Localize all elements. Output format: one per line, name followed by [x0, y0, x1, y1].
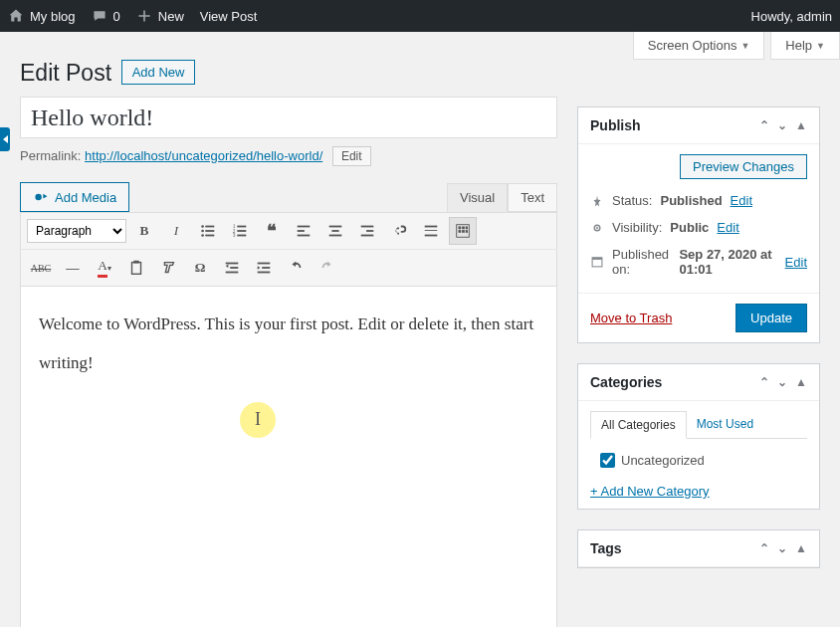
toolbar-toggle-button[interactable] [449, 217, 477, 245]
move-up-icon[interactable]: ⌃ [759, 118, 769, 132]
format-select[interactable]: Paragraph [27, 219, 126, 243]
plus-icon [136, 8, 152, 24]
move-down-icon[interactable]: ⌄ [777, 375, 787, 389]
add-new-category-link[interactable]: + Add New Category [590, 484, 807, 499]
read-more-button[interactable] [417, 217, 445, 245]
tab-most-used[interactable]: Most Used [687, 411, 763, 438]
svg-rect-4 [205, 230, 214, 232]
add-media-button[interactable]: Add Media [20, 182, 129, 212]
published-row: Published on: Sep 27, 2020 at 01:01 Edit [590, 241, 807, 283]
tab-all-categories[interactable]: All Categories [590, 411, 687, 439]
hr-button[interactable]: — [59, 254, 87, 282]
svg-rect-24 [425, 235, 438, 237]
site-link[interactable]: My blog [8, 8, 76, 24]
tab-text[interactable]: Text [508, 183, 557, 212]
publish-box-header[interactable]: Publish ⌃ ⌄ ▲ [578, 107, 819, 144]
strikethrough-button[interactable]: ABC [27, 254, 55, 282]
media-icon [33, 189, 49, 205]
howdy-account[interactable]: Howdy, admin [751, 9, 832, 24]
svg-rect-38 [262, 267, 270, 269]
category-label: Uncategorized [621, 453, 705, 468]
outdent-button[interactable] [218, 254, 246, 282]
svg-rect-29 [459, 230, 462, 233]
categories-box-header[interactable]: Categories ⌃ ⌄ ▲ [578, 364, 819, 401]
move-up-icon[interactable]: ⌃ [759, 375, 769, 389]
category-checkbox[interactable] [600, 453, 615, 468]
redo-button[interactable] [314, 254, 341, 282]
move-to-trash-link[interactable]: Move to Trash [590, 311, 672, 325]
svg-point-5 [201, 234, 204, 237]
permalink-label: Permalink: [20, 148, 81, 163]
add-new-button[interactable]: Add New [121, 60, 196, 85]
italic-button[interactable]: I [162, 217, 190, 245]
svg-rect-10 [237, 230, 246, 232]
svg-rect-36 [226, 272, 239, 274]
update-button[interactable]: Update [735, 304, 807, 332]
move-down-icon[interactable]: ⌄ [777, 541, 787, 555]
toggle-box-icon[interactable]: ▲ [795, 375, 807, 389]
tab-visual[interactable]: Visual [447, 183, 508, 212]
published-value: Sep 27, 2020 at 01:01 [679, 247, 776, 277]
svg-rect-13 [298, 226, 311, 228]
new-label: New [158, 9, 184, 24]
svg-rect-43 [592, 258, 602, 260]
pin-icon [590, 194, 604, 208]
toggle-box-icon[interactable]: ▲ [795, 541, 807, 555]
link-button[interactable] [385, 217, 413, 245]
howdy-text: Howdy, admin [751, 9, 832, 24]
tags-box-title: Tags [590, 540, 622, 556]
categories-box: Categories ⌃ ⌄ ▲ All Categories Most Use… [577, 363, 820, 510]
visibility-value: Public [670, 220, 709, 235]
svg-rect-14 [298, 230, 305, 232]
post-content-text: Welcome to WordPress. This is your first… [39, 314, 533, 372]
svg-rect-16 [329, 226, 342, 228]
align-right-button[interactable] [353, 217, 381, 245]
indent-button[interactable] [250, 254, 278, 282]
published-label: Published on: [612, 247, 671, 277]
undo-button[interactable] [282, 254, 310, 282]
align-left-button[interactable] [290, 217, 317, 245]
preview-changes-button[interactable]: Preview Changes [680, 154, 807, 179]
permalink-url[interactable]: http://localhost/uncategorized/hello-wor… [85, 148, 322, 163]
comments-link[interactable]: 0 [92, 8, 120, 24]
clear-formatting-button[interactable] [154, 254, 182, 282]
align-center-button[interactable] [321, 217, 349, 245]
paste-text-button[interactable] [122, 254, 150, 282]
svg-rect-20 [366, 230, 373, 232]
toggle-box-icon[interactable]: ▲ [795, 118, 807, 132]
bold-button[interactable]: B [130, 217, 158, 245]
text-color-button[interactable]: A ▾ [91, 254, 118, 282]
editor-content[interactable]: Welcome to WordPress. This is your first… [20, 286, 557, 627]
svg-rect-22 [425, 226, 438, 228]
tags-box-header[interactable]: Tags ⌃ ⌄ ▲ [578, 530, 819, 567]
svg-point-41 [596, 226, 598, 228]
move-up-icon[interactable]: ⌃ [759, 541, 769, 555]
post-title-input[interactable] [20, 97, 557, 138]
status-value: Published [660, 193, 722, 208]
published-edit-link[interactable]: Edit [785, 255, 807, 270]
svg-rect-35 [230, 267, 238, 269]
visibility-row: Visibility: Public Edit [590, 214, 807, 241]
svg-rect-28 [466, 227, 468, 230]
editor-toolbar-2: ABC — A ▾ Ω [20, 249, 557, 286]
svg-rect-2 [205, 226, 214, 228]
view-post-link[interactable]: View Post [200, 9, 258, 24]
move-down-icon[interactable]: ⌄ [777, 118, 787, 132]
special-char-button[interactable]: Ω [186, 254, 214, 282]
view-post-label: View Post [200, 9, 258, 24]
category-item[interactable]: Uncategorized [590, 449, 807, 476]
text-cursor-highlight: I [240, 402, 276, 438]
blockquote-button[interactable]: ❝ [258, 217, 286, 245]
category-tabs: All Categories Most Used [590, 411, 807, 439]
status-edit-link[interactable]: Edit [731, 193, 752, 208]
numbered-list-button[interactable]: 123 [226, 217, 254, 245]
svg-rect-8 [237, 226, 246, 228]
new-link[interactable]: New [136, 8, 184, 24]
visibility-edit-link[interactable]: Edit [717, 220, 738, 235]
permalink-row: Permalink: http://localhost/uncategorize… [20, 146, 557, 166]
permalink-edit-button[interactable]: Edit [332, 146, 371, 166]
svg-rect-27 [462, 227, 465, 230]
svg-text:3: 3 [233, 232, 236, 238]
svg-point-0 [35, 194, 41, 200]
bullet-list-button[interactable] [194, 217, 222, 245]
